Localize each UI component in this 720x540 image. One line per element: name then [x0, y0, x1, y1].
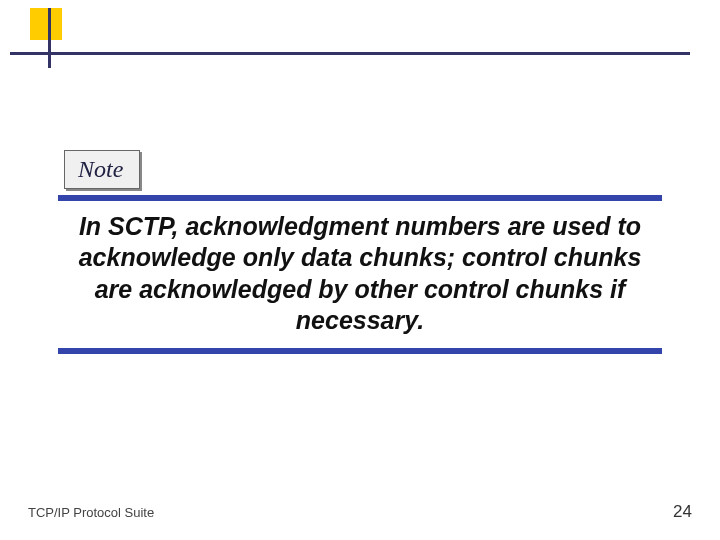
- slide-decoration: [10, 8, 690, 68]
- vertical-rule: [48, 8, 51, 68]
- slide-footer: TCP/IP Protocol Suite 24: [0, 502, 720, 522]
- note-content-box: In SCTP, acknowledgment numbers are used…: [58, 195, 662, 354]
- accent-square: [30, 8, 62, 40]
- footer-page-number: 24: [673, 502, 692, 522]
- footer-source: TCP/IP Protocol Suite: [28, 505, 154, 520]
- note-body-text: In SCTP, acknowledgment numbers are used…: [72, 211, 648, 336]
- note-label-box: Note: [64, 150, 140, 189]
- note-label: Note: [78, 156, 123, 182]
- note-block: Note In SCTP, acknowledgment numbers are…: [58, 150, 662, 354]
- horizontal-rule: [10, 52, 690, 55]
